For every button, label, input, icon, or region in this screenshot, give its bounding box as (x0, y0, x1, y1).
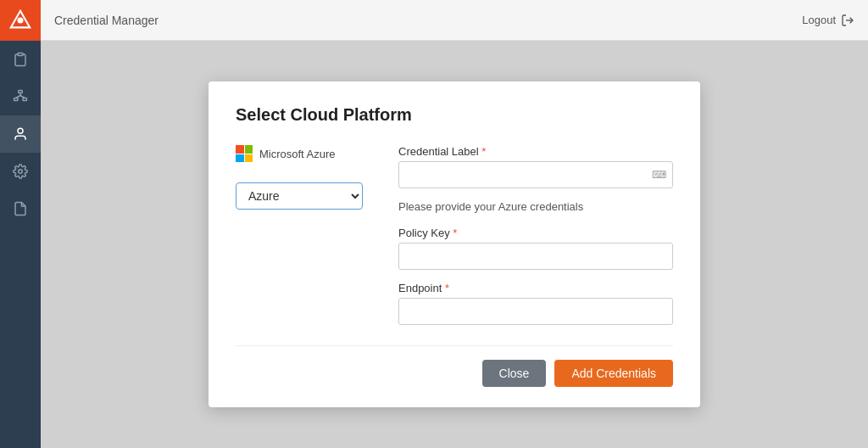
logout-label: Logout (802, 14, 836, 26)
microsoft-icon (236, 145, 253, 162)
sidebar-item-settings[interactable] (0, 153, 41, 190)
sidebar-item-user[interactable] (0, 115, 41, 153)
credentials-form: Credential Label * ⌨ Please provide your… (398, 145, 673, 325)
azure-label: Microsoft Azure (259, 148, 336, 160)
app-logo (0, 0, 41, 41)
keyboard-icon: ⌨ (652, 169, 666, 181)
ms-icon-yellow (245, 154, 253, 163)
azure-hint-group: Please provide your Azure credentials (398, 200, 673, 215)
azure-logo: Microsoft Azure (236, 145, 336, 162)
credential-label-group: Credential Label * ⌨ (398, 145, 673, 188)
sidebar-item-document[interactable] (0, 190, 41, 227)
svg-line-8 (20, 96, 25, 98)
azure-hint: Please provide your Azure credentials (398, 200, 673, 213)
credential-label-input[interactable] (398, 161, 673, 188)
endpoint-input[interactable] (398, 298, 673, 325)
page-title: Credential Manager (54, 14, 159, 27)
credential-label-label: Credential Label * (398, 145, 673, 158)
svg-rect-3 (19, 91, 23, 93)
policy-key-input[interactable] (398, 243, 673, 270)
ms-icon-red (236, 145, 244, 154)
credential-label-required: * (481, 145, 486, 158)
sidebar-item-clipboard[interactable] (0, 41, 41, 78)
ms-icon-green (245, 145, 253, 154)
svg-rect-5 (23, 98, 27, 101)
platform-select[interactable]: Azure (236, 182, 363, 210)
page-background: Select Cloud Platform Microsoft Azure (41, 41, 868, 448)
modal-dialog: Select Cloud Platform Microsoft Azure (209, 81, 700, 407)
header: Credential Manager Logout (41, 0, 868, 41)
modal-title: Select Cloud Platform (236, 105, 673, 125)
endpoint-group: Endpoint * (398, 282, 673, 325)
sidebar-item-hierarchy[interactable] (0, 78, 41, 115)
svg-point-9 (18, 128, 23, 133)
modal-body: Microsoft Azure Azure Credential Label * (236, 145, 673, 325)
svg-point-10 (19, 170, 23, 174)
endpoint-required: * (445, 282, 449, 294)
svg-line-7 (16, 96, 20, 98)
platform-selector-panel: Microsoft Azure Azure (236, 145, 371, 325)
policy-key-required: * (453, 227, 457, 239)
sidebar (0, 0, 41, 448)
svg-rect-2 (18, 53, 23, 56)
close-button[interactable]: Close (482, 360, 547, 387)
ms-icon-blue (236, 154, 244, 163)
add-credentials-button[interactable]: Add Credentials (554, 360, 673, 387)
endpoint-label: Endpoint * (398, 282, 673, 294)
logout-icon (841, 14, 854, 27)
svg-rect-4 (14, 98, 19, 101)
credential-label-input-wrapper: ⌨ (398, 161, 673, 188)
policy-key-label: Policy Key * (398, 227, 673, 239)
main-content: Credential Manager Logout Select Cloud P… (41, 0, 868, 448)
policy-key-group: Policy Key * (398, 227, 673, 270)
logout-button[interactable]: Logout (802, 14, 854, 27)
modal-footer: Close Add Credentials (236, 345, 673, 387)
svg-point-1 (18, 18, 24, 24)
